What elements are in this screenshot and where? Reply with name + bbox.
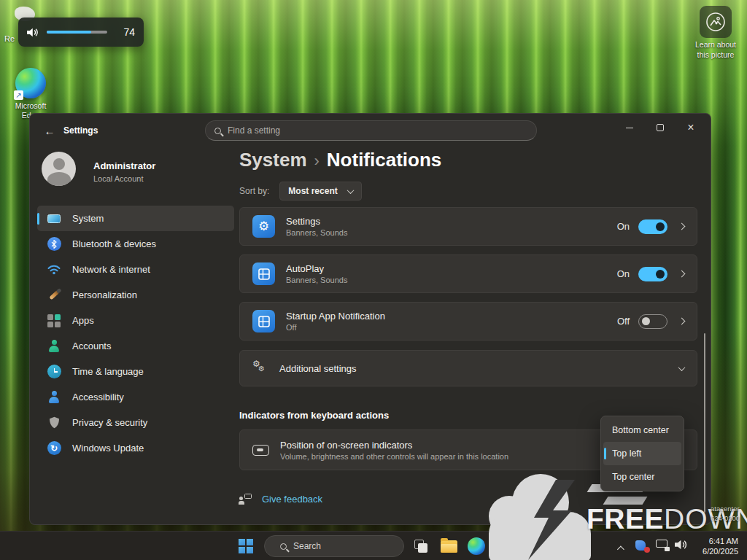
breadcrumb-parent[interactable]: System: [239, 149, 307, 171]
shield-icon: [47, 416, 61, 430]
edge-logo-icon: ↗: [15, 68, 46, 98]
notif-row-autoplay[interactable]: AutoPlay Banners, Sounds On: [239, 254, 697, 293]
chevron-right-icon: [678, 318, 686, 325]
volume-osd: 74: [18, 18, 144, 47]
sidebar-item-bluetooth-devices[interactable]: Bluetooth & devices: [37, 231, 234, 257]
monitor-icon: [47, 211, 61, 226]
file-explorer-button[interactable]: [436, 534, 461, 559]
sidebar-item-personalization[interactable]: Personalization: [37, 282, 234, 308]
dropdown-option-top-left[interactable]: Top left: [603, 442, 681, 465]
clock-date: 6/20/2025: [693, 546, 738, 557]
start-button[interactable]: [233, 534, 258, 559]
chevron-up-icon: [617, 546, 624, 553]
sidebar-item-label: Privacy & security: [72, 417, 147, 428]
close-button[interactable]: ×: [676, 117, 705, 139]
edge-logo-icon: [468, 537, 485, 555]
section-title: Indicators from keyboard actions: [239, 410, 389, 421]
sidebar-item-label: Apps: [72, 315, 94, 326]
autoplay-notif-toggle[interactable]: [638, 267, 667, 281]
dropdown-option-top-center[interactable]: Top center: [603, 465, 681, 489]
desktop-icon-spotlight[interactable]: Learn about this picture: [689, 6, 742, 60]
row-title: Settings: [286, 216, 347, 227]
sidebar-item-accessibility[interactable]: Accessibility: [37, 384, 234, 410]
sort-row: Sort by: Most recent: [239, 182, 362, 201]
edge-label-line1: Microsoft: [7, 101, 54, 111]
settings-notif-toggle[interactable]: [638, 219, 667, 234]
task-view-button[interactable]: [409, 534, 433, 559]
row-subtitle: Banners, Sounds: [286, 276, 347, 284]
chevron-right-icon: [678, 271, 686, 278]
notif-row-startup-app[interactable]: Startup App Notification Off Off: [239, 302, 697, 341]
notification-dot: [644, 547, 650, 553]
minimize-icon: [626, 128, 633, 128]
sidebar-item-time-language[interactable]: Time & language: [37, 359, 234, 384]
shortcut-arrow-icon: ↗: [14, 90, 23, 100]
network-tray-icon[interactable]: [656, 540, 670, 551]
additional-settings-row[interactable]: ⚙⚙ Additional settings: [239, 350, 697, 386]
taskbar-search-label: Search: [293, 541, 321, 551]
breadcrumb: System›Notifications: [239, 149, 441, 171]
tray-overflow-button[interactable]: [617, 542, 622, 555]
autoplay-app-icon: [252, 262, 275, 285]
feedback-label: Give feedback: [262, 494, 322, 505]
person-icon: [47, 339, 61, 354]
close-icon: ×: [687, 122, 694, 133]
notif-row-settings[interactable]: ⚙ Settings Banners, Sounds On: [239, 207, 697, 246]
breadcrumb-separator-icon: ›: [314, 152, 320, 170]
row-subtitle: Volume, brightness and other controls wi…: [280, 452, 508, 461]
sidebar-item-network-internet[interactable]: Network & internet: [37, 257, 234, 282]
taskbar-search[interactable]: Search: [264, 535, 404, 557]
sync-arrows-icon: ↻: [47, 441, 61, 456]
sidebar-item-system[interactable]: System: [37, 206, 234, 231]
row-title: Startup App Notification: [286, 311, 385, 322]
sort-dropdown[interactable]: Most recent: [279, 182, 361, 201]
maximize-button[interactable]: [646, 117, 675, 139]
app-grid-icon: [47, 314, 61, 328]
volume-tray-icon[interactable]: [675, 539, 688, 553]
account-type: Local Account: [93, 174, 144, 183]
chevron-down-icon: [678, 364, 686, 371]
clock-time: 6:41 AM: [693, 536, 738, 547]
accessibility-person-icon: [47, 390, 61, 405]
scrollbar-thumb[interactable]: [704, 333, 705, 513]
volume-slider[interactable]: [47, 31, 108, 34]
settings-search-input[interactable]: [228, 125, 527, 136]
sidebar-item-label: System: [72, 213, 104, 224]
clock-icon: [47, 365, 61, 379]
sidebar-item-label: Windows Update: [72, 443, 144, 454]
sidebar-item-label: Network & internet: [72, 264, 150, 275]
gears-icon: ⚙⚙: [252, 360, 268, 376]
minimize-button[interactable]: [615, 117, 644, 139]
account-name: Administrator: [93, 160, 155, 171]
back-button[interactable]: ←: [42, 123, 58, 139]
toggle-state-label: Off: [617, 316, 630, 327]
toggle-state-label: On: [617, 268, 630, 279]
dropdown-option-bottom-center[interactable]: Bottom center: [603, 419, 681, 442]
tray-app-icon[interactable]: [635, 538, 651, 553]
folder-icon: [441, 540, 457, 553]
edition-watermark: atacenter 624-0200: [711, 505, 747, 524]
avatar[interactable]: [42, 152, 76, 186]
on-screen-indicator-icon: [252, 445, 269, 456]
settings-search-box[interactable]: [205, 120, 537, 141]
taskbar-clock[interactable]: 6:41 AM 6/20/2025: [693, 536, 738, 558]
sidebar-item-label: Accounts: [72, 341, 111, 351]
startup-notif-toggle[interactable]: [638, 314, 667, 329]
settings-app-icon: ⚙: [252, 215, 275, 238]
row-subtitle: Banners, Sounds: [286, 228, 347, 237]
windows-logo-icon: [239, 539, 253, 553]
spotlight-label-line1: Learn about: [689, 40, 742, 50]
taskbar: Search ⚙ 6:41 AM 6/20/2025: [0, 531, 747, 560]
sidebar-item-apps[interactable]: Apps: [37, 308, 234, 333]
sidebar-item-accounts[interactable]: Accounts: [37, 333, 234, 359]
maximize-icon: [657, 124, 664, 131]
sidebar-item-privacy-security[interactable]: Privacy & security: [37, 410, 234, 435]
picture-icon: [704, 10, 727, 34]
volume-value: 74: [117, 26, 135, 38]
watermark-lightning-icon: [524, 480, 578, 560]
row-title: AutoPlay: [286, 263, 347, 274]
recycle-bin-label: Re: [4, 34, 15, 43]
edge-taskbar-button[interactable]: [464, 534, 489, 559]
give-feedback-link[interactable]: Give feedback: [239, 493, 322, 505]
sidebar-item-windows-update[interactable]: ↻ Windows Update: [37, 435, 234, 461]
